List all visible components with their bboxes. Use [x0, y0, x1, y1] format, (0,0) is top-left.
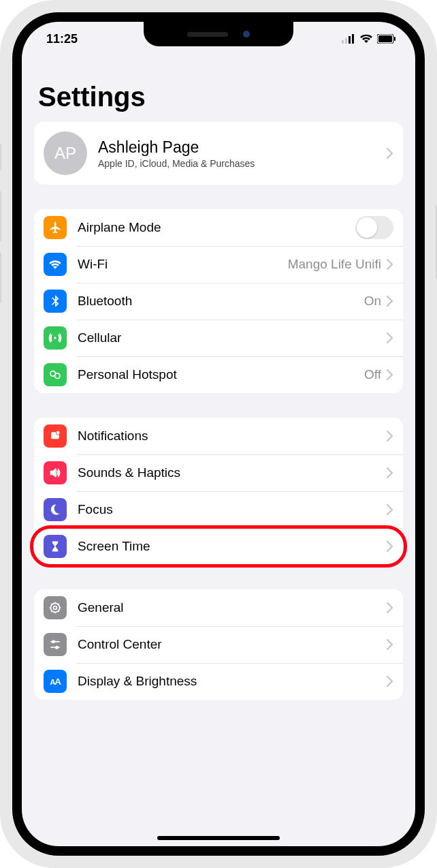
row-general[interactable]: General: [34, 589, 403, 626]
chevron-right-icon: [387, 431, 393, 441]
settings-content[interactable]: Settings AP Ashleigh Page Apple ID, iClo…: [22, 56, 415, 846]
row-notifications[interactable]: Notifications: [34, 418, 403, 454]
svg-rect-6: [394, 37, 395, 41]
wifi-icon: [359, 34, 373, 44]
svg-rect-3: [352, 34, 354, 44]
row-cellular[interactable]: Cellular: [34, 320, 403, 356]
row-label: Airplane Mode: [78, 220, 355, 235]
phone-frame: 11:25 Settings AP Ashleigh Page Apple ID…: [0, 0, 437, 868]
row-label: Personal Hotspot: [78, 367, 364, 382]
row-detail: On: [364, 294, 381, 309]
cellular-icon: [44, 326, 67, 350]
profile-group: AP Ashleigh Page Apple ID, iCloud, Media…: [34, 122, 403, 185]
toggle-airplane[interactable]: [355, 216, 393, 239]
battery-icon: [377, 34, 396, 44]
row-detail: Off: [364, 367, 381, 382]
row-label: Notifications: [78, 429, 387, 444]
svg-rect-5: [378, 35, 392, 42]
row-label: Wi-Fi: [78, 257, 288, 272]
svg-rect-1: [345, 38, 347, 44]
moon-icon: [44, 498, 67, 521]
screen: 11:25 Settings AP Ashleigh Page Apple ID…: [22, 22, 415, 846]
hourglass-icon: [44, 535, 67, 558]
chevron-right-icon: [387, 148, 393, 159]
chevron-right-icon: [387, 467, 393, 478]
chevron-right-icon: [387, 541, 393, 552]
row-label: Cellular: [78, 330, 387, 345]
sliders-icon: [44, 633, 67, 656]
chevron-right-icon: [387, 332, 393, 343]
row-focus[interactable]: Focus: [34, 491, 403, 528]
page-title: Settings: [34, 56, 403, 122]
gear-icon: [44, 596, 67, 619]
row-label: Control Center: [78, 637, 387, 652]
chevron-right-icon: [387, 369, 393, 380]
status-time: 11:25: [46, 32, 78, 46]
svg-point-16: [52, 640, 55, 643]
chevron-right-icon: [387, 504, 393, 515]
svg-rect-2: [349, 36, 351, 44]
row-sounds[interactable]: Sounds & Haptics: [34, 454, 403, 491]
bell-icon: [44, 424, 67, 448]
row-wifi[interactable]: Wi-FiMango Life Unifi: [34, 246, 403, 283]
profile-subtitle: Apple ID, iCloud, Media & Purchases: [98, 158, 387, 169]
row-hotspot[interactable]: Personal HotspotOff: [34, 356, 403, 393]
cellular-signal-icon: [342, 34, 355, 44]
text-icon: AA: [44, 670, 67, 693]
svg-point-11: [56, 431, 60, 435]
chevron-right-icon: [387, 602, 393, 613]
row-label: Display & Brightness: [78, 674, 387, 689]
settings-group: Airplane ModeWi-FiMango Life UnifiBlueto…: [34, 209, 403, 393]
row-bluetooth[interactable]: BluetoothOn: [34, 283, 403, 320]
airplane-icon: [44, 216, 67, 239]
row-screentime[interactable]: Screen Time: [34, 528, 403, 565]
row-label: General: [78, 600, 387, 615]
row-label: Focus: [78, 502, 387, 517]
chevron-right-icon: [387, 639, 393, 650]
wifi-icon: [44, 253, 67, 276]
avatar: AP: [44, 131, 87, 175]
profile-name: Ashleigh Page: [98, 138, 387, 157]
settings-group: NotificationsSounds & HapticsFocusScreen…: [34, 418, 403, 565]
speaker-icon: [44, 461, 67, 484]
notch: [144, 22, 293, 46]
svg-point-17: [55, 646, 59, 649]
settings-group: GeneralControl CenterAADisplay & Brightn…: [34, 589, 403, 700]
chevron-right-icon: [387, 676, 393, 687]
hotspot-icon: [44, 363, 67, 386]
row-label: Screen Time: [78, 539, 387, 554]
row-display[interactable]: AADisplay & Brightness: [34, 663, 403, 700]
svg-text:A: A: [54, 677, 61, 687]
svg-point-7: [54, 337, 56, 339]
row-airplane[interactable]: Airplane Mode: [34, 209, 403, 246]
chevron-right-icon: [387, 259, 393, 270]
bluetooth-icon: [44, 290, 67, 313]
chevron-right-icon: [387, 296, 393, 307]
svg-point-9: [55, 373, 61, 379]
svg-rect-0: [342, 40, 344, 44]
profile-row[interactable]: AP Ashleigh Page Apple ID, iCloud, Media…: [34, 122, 403, 185]
row-detail: Mango Life Unifi: [288, 257, 381, 272]
row-controlcenter[interactable]: Control Center: [34, 626, 403, 663]
phone-bezel: 11:25 Settings AP Ashleigh Page Apple ID…: [12, 12, 425, 856]
home-indicator[interactable]: [157, 836, 280, 840]
svg-point-13: [54, 606, 57, 610]
row-label: Bluetooth: [78, 294, 364, 309]
row-label: Sounds & Haptics: [78, 465, 387, 480]
